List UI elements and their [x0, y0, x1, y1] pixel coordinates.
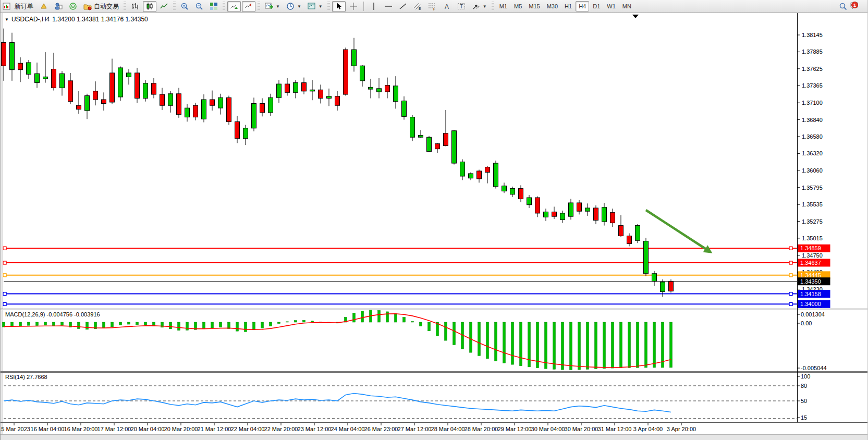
macd-histogram-bar	[11, 322, 14, 326]
fibonacci-tool-button[interactable]: F	[425, 1, 439, 12]
text-tool-button[interactable]: A	[440, 1, 454, 12]
time-axis-label: 31 Mar 12:00	[598, 426, 632, 432]
tile-windows-button[interactable]	[207, 1, 221, 12]
window-chart-icon	[3, 2, 11, 10]
zoom-in-button[interactable]	[178, 1, 191, 12]
candle-body	[202, 100, 206, 119]
horizontal-line-tool-button[interactable]	[382, 1, 395, 12]
macd-histogram-bar	[595, 322, 597, 369]
candle-body	[27, 63, 31, 74]
candle-body	[110, 73, 115, 102]
candle-body	[35, 74, 40, 82]
crosshair-tool-button[interactable]	[347, 1, 360, 12]
candle-body	[43, 77, 48, 79]
price-axis-label: 1.35535	[802, 201, 823, 207]
toolbar-right-group: 1	[838, 1, 866, 11]
timeframe-button-M30[interactable]: M30	[544, 1, 561, 11]
chevron-down-icon: ▼	[276, 4, 280, 9]
candle-body	[160, 94, 165, 105]
auto-trading-icon	[83, 2, 92, 10]
timeframe-button-W1[interactable]: W1	[604, 1, 619, 11]
line-drag-handle[interactable]	[789, 302, 792, 305]
auto-trading-button[interactable]: 自动交易	[81, 1, 121, 12]
line-chart-type-button[interactable]	[157, 1, 171, 12]
line-drag-handle[interactable]	[3, 292, 6, 296]
clock-icon	[286, 2, 295, 10]
notifications-button[interactable]: 1	[850, 1, 861, 11]
indicators-button[interactable]: ▼	[262, 1, 283, 12]
chart-canvas[interactable]: 15 Mar 202316 Mar 04:0016 Mar 20:0017 Ma…	[1, 0, 868, 440]
trendline-tool-button[interactable]	[396, 1, 410, 12]
macd-histogram-bar	[36, 322, 39, 326]
macd-histogram-bar	[186, 322, 189, 330]
candle-body	[469, 174, 473, 178]
signals-button[interactable]	[66, 1, 80, 12]
cursor-tool-button[interactable]	[332, 1, 346, 12]
rsi-axis-label: 50	[801, 398, 807, 404]
candle-body	[652, 274, 657, 282]
macd-histogram-bar	[244, 322, 247, 332]
line-drag-handle[interactable]	[789, 274, 792, 277]
zoom-out-button[interactable]	[192, 1, 206, 12]
candle-body	[319, 90, 323, 98]
time-axis-label: 3 Apr 04:00	[633, 426, 663, 432]
candle-body	[168, 94, 173, 105]
line-drag-handle[interactable]	[789, 261, 792, 264]
candle-body	[52, 69, 56, 88]
vertical-line-tool-button[interactable]	[367, 1, 381, 12]
timeframe-button-M1[interactable]: M1	[496, 1, 510, 11]
tile-windows-icon	[210, 2, 218, 10]
price-axis-label: 1.38145	[802, 32, 823, 38]
candle-body	[577, 203, 582, 211]
time-axis-label: 20 Mar 20:00	[164, 426, 198, 432]
candle-body	[535, 198, 540, 213]
new-order-button[interactable]: 新订单	[12, 1, 36, 12]
templates-button[interactable]: ▼	[305, 1, 325, 12]
line-drag-handle[interactable]	[3, 302, 6, 305]
macd-histogram-bar	[119, 322, 122, 325]
timeframe-button-H4[interactable]: H4	[576, 1, 589, 11]
symbol-period-label: USDCAD-,H4	[11, 16, 50, 23]
macd-histogram-bar	[111, 322, 114, 327]
periods-button[interactable]: ▼	[284, 1, 304, 12]
svg-text:A: A	[445, 3, 449, 10]
timeframe-button-M15[interactable]: M15	[525, 1, 543, 11]
timeframe-button-M5[interactable]: M5	[511, 1, 525, 11]
timeframe-button-MN[interactable]: MN	[619, 1, 634, 11]
price-axis-label: 1.37625	[802, 66, 823, 72]
price-axis-label: 1.35275	[802, 218, 823, 225]
line-drag-handle[interactable]	[789, 247, 792, 250]
line-drag-handle[interactable]	[3, 247, 6, 250]
rsi-axis-label: 100	[801, 373, 810, 380]
macd-histogram-bar	[395, 314, 397, 322]
chart-shift-button[interactable]	[242, 1, 255, 12]
search-icon[interactable]	[838, 2, 847, 10]
channel-tool-button[interactable]: E	[411, 1, 424, 12]
bar-chart-type-button[interactable]	[128, 1, 142, 12]
auto-scroll-button[interactable]	[227, 1, 241, 12]
text-label-tool-button[interactable]: T	[455, 1, 468, 12]
timeframe-button-H1[interactable]: H1	[561, 1, 575, 11]
timeframe-button-D1[interactable]: D1	[590, 1, 603, 11]
price-axis-label: 1.34750	[802, 252, 823, 259]
line-drag-handle[interactable]	[3, 274, 6, 277]
chart-dropdown-triangle-icon[interactable]: ▼	[5, 17, 9, 22]
arrows-tool-button[interactable]: ▼	[469, 1, 490, 12]
navigator-button[interactable]	[52, 1, 65, 12]
macd-histogram-bar	[411, 322, 414, 322]
horizontal-line-icon	[384, 2, 393, 10]
candlestick-type-button[interactable]	[143, 1, 156, 12]
price-axis-label: 1.35015	[802, 235, 823, 241]
market-watch-button[interactable]	[37, 1, 51, 12]
candle-body	[560, 213, 565, 219]
macd-histogram-bar	[645, 322, 647, 368]
macd-histogram-bar	[470, 322, 472, 352]
line-drag-handle[interactable]	[789, 292, 792, 296]
candle-body	[585, 208, 590, 211]
candle-body	[68, 81, 73, 102]
ohlc-quote-label: 1.34200 1.34381 1.34176 1.34350	[52, 16, 148, 23]
macd-histogram-bar	[620, 322, 622, 368]
macd-histogram-bar	[103, 322, 105, 328]
line-drag-handle[interactable]	[3, 261, 6, 264]
candle-body	[352, 50, 357, 66]
